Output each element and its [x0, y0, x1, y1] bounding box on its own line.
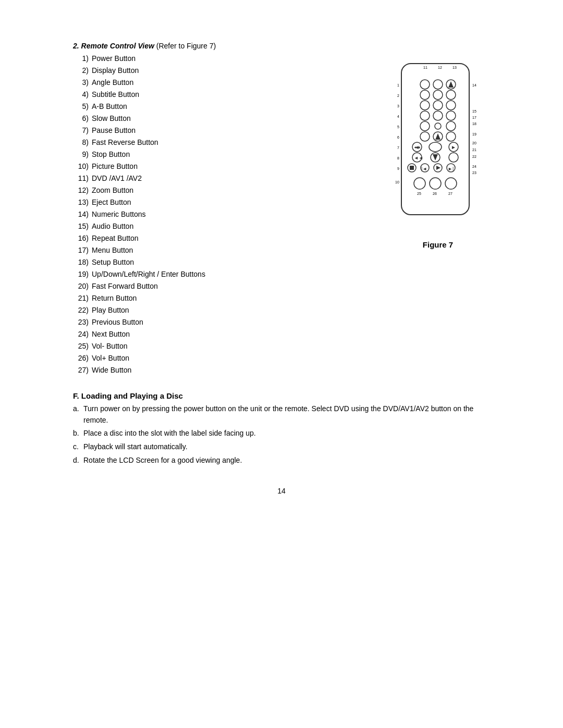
item-label: Subtitle Button: [92, 89, 139, 100]
svg-point-31: [420, 101, 430, 110]
item-label: Wide Button: [92, 365, 131, 376]
svg-text:27: 27: [448, 192, 452, 195]
svg-text:10: 10: [395, 180, 399, 184]
item-number: 23): [73, 317, 92, 328]
list-item: 14)Numeric Buttons: [73, 209, 375, 220]
list-item: 26) Vol+ Button: [73, 353, 375, 364]
svg-point-28: [420, 90, 430, 100]
list-item: 23)Previous Button: [73, 317, 375, 328]
section-title-normal: (Refer to Figure 7): [154, 42, 216, 50]
svg-text:►: ►: [451, 144, 456, 150]
svg-text:2: 2: [397, 94, 399, 97]
item-label: Slow Button: [92, 113, 131, 124]
item-label: Fast Reverse Button: [92, 137, 158, 148]
item-number: 13): [73, 197, 92, 208]
svg-text:1: 1: [397, 83, 399, 87]
item-number: 21): [73, 293, 92, 304]
item-number: 12): [73, 185, 92, 196]
item-number: 6): [73, 113, 92, 124]
svg-text:17: 17: [472, 116, 476, 119]
list-item: 5)A-B Button: [73, 101, 375, 112]
item-label: DVD /AV1 /AV2: [92, 173, 142, 184]
svg-text:5: 5: [397, 125, 399, 129]
list-item: 6)Slow Button: [73, 113, 375, 124]
svg-point-63: [414, 178, 425, 189]
list-item: 3) Angle Button: [73, 77, 375, 88]
svg-point-38: [435, 123, 441, 129]
list-item: 7)Pause Button: [73, 125, 375, 136]
svg-point-43: [446, 132, 456, 141]
section-title: 2. Remote Control View (Refer to Figure …: [73, 42, 490, 50]
list-item: 12)Zoom Button: [73, 185, 375, 196]
list-item: 10)Picture Button: [73, 161, 375, 172]
item-label: Setup Button: [92, 257, 134, 268]
page-number: 14: [73, 487, 490, 495]
list-item: 22)Play Button: [73, 305, 375, 316]
item-label: Play Button: [92, 305, 129, 316]
svg-text:◄◄: ◄◄: [413, 145, 421, 149]
svg-point-32: [433, 101, 443, 110]
svg-text:9: 9: [397, 167, 399, 170]
svg-text:3: 3: [397, 104, 399, 108]
item-label: Vol+ Button: [92, 353, 129, 364]
item-number: 26): [73, 353, 92, 364]
section-f-text: Rotate the LCD Screen for a good viewing…: [83, 455, 242, 466]
svg-text:4: 4: [397, 115, 399, 118]
svg-text:24: 24: [472, 165, 476, 168]
section-f-item: d.Rotate the LCD Screen for a good viewi…: [73, 455, 490, 466]
content-area: 1)Power Button2)Display Button3) Angle B…: [73, 53, 490, 377]
item-label: Angle Button: [92, 77, 133, 88]
item-number: 22): [73, 305, 92, 316]
item-number: 17): [73, 245, 92, 256]
list-item: 16)Repeat Button: [73, 233, 375, 244]
list-item: 2)Display Button: [73, 65, 375, 76]
item-label: Menu Button: [92, 245, 133, 256]
item-number: 16): [73, 233, 92, 244]
svg-text:7: 7: [397, 146, 399, 150]
svg-text:14: 14: [472, 83, 476, 87]
remote-svg: 14 15 17 18 19 20 21 22 24 23 11 12 13 1…: [386, 58, 485, 236]
svg-text:21: 21: [472, 148, 476, 152]
section-f-text: Place a disc into the slot with the labe…: [83, 428, 256, 439]
list-item: 27)Wide Button: [73, 365, 375, 376]
svg-point-33: [446, 101, 456, 110]
item-number: 8): [73, 137, 92, 148]
item-label: Repeat Button: [92, 233, 139, 244]
svg-point-40: [420, 132, 430, 141]
item-number: 27): [73, 365, 92, 376]
svg-text:26: 26: [433, 192, 437, 195]
item-label: Return Button: [92, 293, 137, 304]
svg-point-36: [446, 111, 456, 120]
item-number: 7): [73, 125, 92, 136]
svg-point-54: [449, 153, 458, 162]
svg-text:13: 13: [452, 66, 457, 69]
svg-point-46: [429, 142, 442, 152]
list-item: 11)DVD /AV1 /AV2: [73, 173, 375, 184]
list-item: 1)Power Button: [73, 53, 375, 64]
item-label: Fast Forward Button: [92, 281, 158, 292]
item-number: 24): [73, 329, 92, 340]
button-list-items: 1)Power Button2)Display Button3) Angle B…: [73, 53, 375, 376]
section-f-text: Playback will start automatically.: [83, 441, 188, 453]
svg-text:◄◄: ◄◄: [414, 155, 423, 161]
section-title-bold: 2. Remote Control View: [73, 42, 154, 50]
item-label: Previous Button: [92, 317, 143, 328]
svg-rect-56: [410, 166, 414, 170]
item-label: Display Button: [92, 65, 139, 76]
svg-text:|◄: |◄: [421, 166, 427, 171]
svg-text:18: 18: [472, 122, 476, 126]
section-f-text: Turn power on by pressing the power butt…: [83, 403, 490, 426]
item-label: Audio Button: [92, 221, 133, 232]
svg-point-30: [446, 90, 456, 100]
section-f-label: d.: [73, 455, 83, 466]
svg-text:25: 25: [417, 192, 421, 195]
item-number: 11): [73, 173, 92, 184]
item-number: 5): [73, 101, 92, 112]
svg-point-64: [430, 178, 441, 189]
item-label: Up/Down/Left/Right / Enter Buttons: [92, 269, 205, 280]
section-f-label: c.: [73, 441, 83, 453]
item-number: 3): [73, 77, 92, 88]
svg-text:8: 8: [397, 156, 399, 160]
svg-point-29: [433, 90, 443, 100]
list-item: 17)Menu Button: [73, 245, 375, 256]
